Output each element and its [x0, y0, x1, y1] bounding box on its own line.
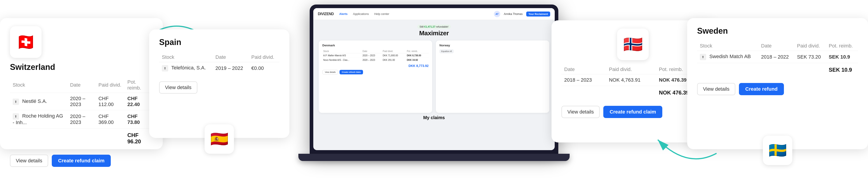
app-columns: Denmark Stock Date Paid divid. Pot. reim…: [319, 40, 549, 113]
date-swedish-match: 2018 – 2022: [758, 51, 794, 63]
col-stock-ch: Stock: [10, 77, 67, 93]
table-row: Novo Nordisk A/S - Clas... 2020 – 2023 D…: [322, 58, 429, 62]
my-claims-title: My claims: [423, 115, 445, 120]
card-actions-es: View details: [159, 82, 279, 94]
laptop-wrapper: DIVIZEND Alerts Applications Help center…: [303, 4, 565, 172]
reimb-nestle: CHF 22.40: [125, 93, 153, 110]
create-refund-no-button[interactable]: Create refund claim: [603, 106, 662, 118]
country-sweden: Sweden: [697, 26, 858, 36]
app-col-norway: Norway Equalize All: [436, 40, 549, 113]
stock-swedish-match: ⬆ Swedish Match AB: [697, 51, 758, 63]
view-details-no-button[interactable]: View details: [561, 106, 600, 118]
col-paid-se: Paid divid.: [794, 41, 826, 51]
denmark-actions: View details Create refund claim: [322, 70, 429, 74]
nav-link-help[interactable]: Help center: [374, 12, 389, 15]
total-row-se: SEK 10.9: [697, 63, 858, 76]
stock-icon-telefonica: ⬆: [162, 65, 168, 71]
app-navbar: DIVIZEND Alerts Applications Help center…: [313, 8, 555, 20]
stock-nestle: ⬆ Nestlé S.A.: [10, 93, 67, 110]
paid-roche: CHF 369.00: [96, 110, 125, 128]
country-spain: Spain: [159, 37, 279, 47]
paid-nestle: CHF 112.00: [96, 93, 125, 110]
col-stock-es: Stock: [159, 53, 213, 62]
view-details-es-button[interactable]: View details: [159, 82, 197, 94]
mini-table-denmark: Stock Date Paid divid. Pot. reimb. A.P. …: [322, 49, 429, 62]
main-scene: 🇨🇭 Switzerland Stock Date Paid divid. Po…: [0, 0, 868, 194]
paid-norway: NOK 4,763.91: [606, 74, 656, 86]
stock-roche: ⬆ Roche Holding AG - Inh...: [10, 110, 67, 128]
nav-link-applications[interactable]: Applications: [353, 12, 369, 15]
stock-icon-roche: ⬆: [13, 113, 19, 120]
app-col-denmark: Denmark Stock Date Paid divid. Pot. reim…: [319, 40, 432, 113]
table-spain: Stock Date Paid divid. ⬆ Telefónica, S.A…: [159, 53, 279, 74]
table-row: ⬆ Swedish Match AB 2018 – 2022 SEK 73.20…: [697, 51, 858, 63]
view-details-se-button[interactable]: View details: [697, 83, 735, 95]
col-paid-no: Paid divid.: [606, 65, 656, 74]
refund-badge: Still €1,471.27 refundable!: [417, 25, 451, 29]
stock-icon-nestle: ⬆: [13, 99, 19, 105]
table-row: ⬆ Roche Holding AG - Inh... 2020 – 2023 …: [10, 110, 153, 128]
col-paid-es: Paid divid.: [249, 53, 279, 62]
flag-switzerland: 🇨🇭: [10, 26, 41, 58]
card-actions-no: View details Create refund claim: [561, 106, 704, 118]
card-actions-se: View details Create refund: [697, 83, 858, 95]
view-details-ch-button[interactable]: View details: [10, 155, 48, 167]
total-row-no: NOK 476.39: [561, 86, 704, 99]
date-roche: 2020 – 2023: [67, 110, 96, 128]
maximizer-title: Maximizer: [417, 30, 451, 37]
col-date-se: Date: [758, 41, 794, 51]
create-refund-se-button[interactable]: Create refund: [739, 83, 784, 95]
my-claims-section: My claims: [423, 115, 445, 120]
flag-norway: 🇳🇴: [617, 29, 649, 60]
reimb-swedish-match: SEK 10.9: [826, 51, 858, 63]
total-ch: CHF 96.20: [125, 128, 153, 148]
card-sweden: Sweden Stock Date Paid divid. Pot. reimb…: [687, 18, 868, 149]
denmark-view-button[interactable]: View details: [322, 70, 338, 74]
denmark-total-val: DKK 8,773.92: [322, 64, 429, 68]
date-norway: 2018 – 2023: [561, 74, 606, 86]
table-row: 2018 – 2023 NOK 4,763.91 NOK 476.39: [561, 74, 704, 86]
card-actions-ch: View details Create refund claim: [10, 155, 153, 167]
col-date-no: Date: [561, 65, 606, 74]
app-content: Still €1,471.27 refundable! Maximizer De…: [313, 20, 555, 150]
norway-title: Norway: [439, 44, 546, 47]
laptop-inner: DIVIZEND Alerts Applications Help center…: [313, 8, 555, 150]
table-row: ⬆ Nestlé S.A. 2020 – 2023 CHF 112.00 CHF…: [10, 93, 153, 110]
total-row-ch: CHF 96.20: [10, 128, 153, 148]
card-switzerland: 🇨🇭 Switzerland Stock Date Paid divid. Po…: [0, 18, 163, 149]
date-nestle: 2020 – 2023: [67, 93, 96, 110]
laptop-base: [298, 154, 569, 161]
table-switzerland: Stock Date Paid divid. Pot. reimb. ⬆ Nes…: [10, 77, 153, 148]
table-row: ⬆ Telefónica, S.A. 2019 – 2022 €0.00: [159, 62, 279, 74]
flag-sweden: 🇸🇪: [763, 136, 792, 165]
col-reimb-ch: Pot. reimb.: [125, 77, 153, 93]
paid-telefonica: €0.00: [249, 62, 279, 74]
col-reimb-se: Pot. reimb.: [826, 41, 858, 51]
total-se: SEK 10.9: [826, 63, 858, 76]
nav-cta-button[interactable]: Your Reclaiment: [526, 11, 550, 17]
laptop-screen: DIVIZEND Alerts Applications Help center…: [310, 4, 558, 154]
stock-icon-swedish-match: ⬆: [700, 54, 706, 60]
equalize-btn[interactable]: Equalize All: [439, 49, 454, 53]
table-row: A.P. Møller-Mærsk A/S 2020 – 2023 DKK 71…: [322, 53, 429, 58]
denmark-total: DKK 8,773.92: [322, 64, 429, 68]
nav-link-alerts[interactable]: Alerts: [339, 12, 348, 15]
nav-username: Annika Thomas: [504, 12, 523, 15]
denmark-create-button[interactable]: Create refund claim: [340, 70, 363, 74]
maximizer-header: Still €1,471.27 refundable! Maximizer: [417, 25, 451, 37]
app-logo: DIVIZEND: [318, 12, 334, 16]
date-telefonica: 2019 – 2022: [213, 62, 249, 74]
country-switzerland: Switzerland: [10, 62, 153, 72]
reimb-roche: CHF 73.80: [125, 110, 153, 128]
col-stock-se: Stock: [697, 41, 758, 51]
flag-spain: 🇪🇸: [205, 124, 234, 154]
paid-swedish-match: SEK 73.20: [794, 51, 826, 63]
create-refund-ch-button[interactable]: Create refund claim: [52, 155, 111, 167]
table-sweden: Stock Date Paid divid. Pot. reimb. ⬆ Swe…: [697, 41, 858, 76]
col-date-es: Date: [213, 53, 249, 62]
col-paid-ch: Paid divid.: [96, 77, 125, 93]
stock-telefonica: ⬆ Telefónica, S.A.: [159, 62, 213, 74]
denmark-title: Denmark: [322, 44, 429, 47]
card-spain: Spain Stock Date Paid divid. ⬆ Telefónic…: [149, 29, 289, 138]
table-norway: Date Paid divid. Pot. reimb. 2018 – 2023…: [561, 65, 704, 99]
